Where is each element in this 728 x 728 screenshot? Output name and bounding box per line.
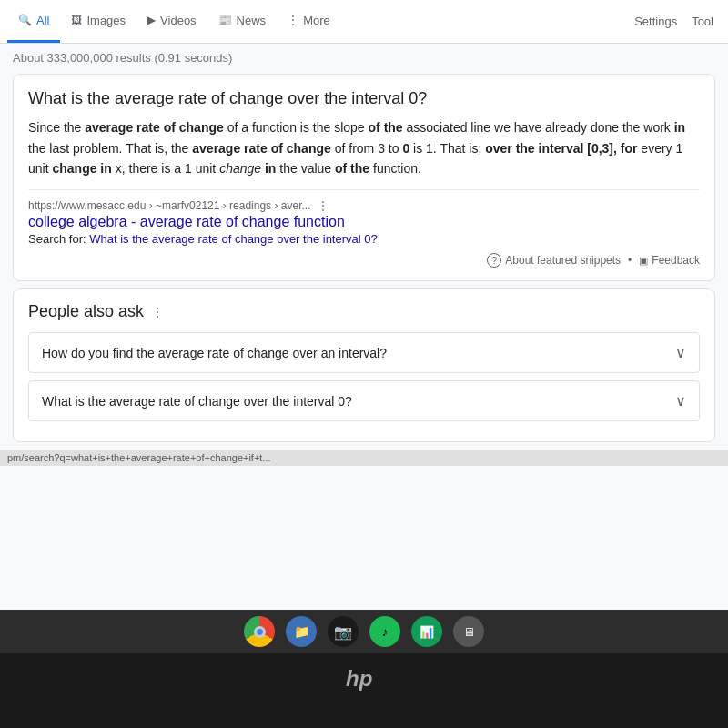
more-dots-icon: ⋮ [288, 14, 298, 26]
tab-news[interactable]: 📰 News [207, 0, 278, 43]
about-featured-snippets-link[interactable]: ? About featured snippets [487, 253, 621, 268]
source-options-button[interactable]: ⋮ [318, 199, 329, 212]
ask-item-1-text: How do you find the average rate of chan… [42, 346, 387, 360]
search-for-text: Search for: What is the average rate of … [28, 232, 700, 246]
music-taskbar-icon[interactable]: ♪ [369, 616, 400, 647]
feedback-button[interactable]: ▣ Feedback [639, 254, 700, 267]
result-count: About 333,000,000 results (0.91 seconds) [0, 44, 728, 70]
chrome-taskbar-icon[interactable] [244, 616, 275, 647]
search-for-query-link[interactable]: What is the average rate of change over … [89, 232, 378, 246]
videos-icon: ▶ [147, 14, 156, 26]
people-ask-options-button[interactable]: ⋮ [151, 305, 164, 319]
settings-link[interactable]: Settings [634, 15, 677, 28]
taskbar: 📁 📷 ♪ 📊 🖥 [0, 610, 728, 653]
bottom-section: 📁 📷 ♪ 📊 🖥 hp [0, 610, 728, 728]
chevron-down-icon-1: ∨ [675, 344, 686, 361]
camera-taskbar-icon[interactable]: 📷 [328, 616, 359, 647]
featured-snippet-card: What is the average rate of change over … [13, 74, 715, 281]
people-also-ask-section: People also ask ⋮ How do you find the av… [13, 288, 715, 442]
sheets-taskbar-icon[interactable]: 📊 [411, 616, 442, 647]
display-taskbar-icon[interactable]: 🖥 [453, 616, 484, 647]
screen: 🔍 All 🖼 Images ▶ Videos 📰 News ⋮ More Se [0, 0, 728, 728]
ask-item-2[interactable]: What is the average rate of change over … [28, 380, 700, 421]
snippet-footer: ? About featured snippets • ▣ Feedback [28, 253, 700, 268]
info-icon: ? [487, 253, 501, 268]
feedback-icon: ▣ [639, 255, 648, 267]
chevron-down-icon-2: ∨ [675, 392, 686, 410]
tab-settings-tools: Settings Tool [627, 0, 721, 43]
svg-text:hp: hp [346, 666, 372, 691]
files-taskbar-icon[interactable]: 📁 [286, 616, 317, 647]
tab-videos[interactable]: ▶ Videos [136, 0, 207, 43]
news-icon: 📰 [218, 14, 232, 26]
browser-content: 🔍 All 🖼 Images ▶ Videos 📰 News ⋮ More Se [0, 0, 728, 610]
tab-images[interactable]: 🖼 Images [60, 0, 136, 43]
source-section: https://www.mesacc.edu › ~marfv02121 › r… [28, 189, 700, 246]
hp-logo: hp [341, 664, 387, 692]
images-icon: 🖼 [71, 14, 82, 26]
tab-all[interactable]: 🔍 All [7, 0, 60, 43]
search-icon: 🔍 [18, 14, 32, 26]
people-also-ask-header: People also ask ⋮ [28, 302, 700, 321]
tab-more[interactable]: ⋮ More [277, 0, 341, 43]
source-url: https://www.mesacc.edu › ~marfv02121 › r… [28, 199, 700, 212]
dot-separator: • [628, 254, 632, 267]
ask-item-1[interactable]: How do you find the average rate of chan… [28, 332, 700, 373]
search-tabs-bar: 🔍 All 🖼 Images ▶ Videos 📰 News ⋮ More Se [0, 0, 728, 44]
url-bar: pm/search?q=what+is+the+average+rate+of+… [0, 450, 728, 466]
snippet-body: Since the average rate of change of a fu… [28, 117, 700, 178]
ask-item-2-text: What is the average rate of change over … [42, 394, 352, 409]
source-link[interactable]: college algebra - average rate of change… [28, 214, 700, 230]
snippet-title: What is the average rate of change over … [28, 87, 700, 110]
hp-logo-area: hp [0, 653, 728, 703]
tools-link[interactable]: Tool [692, 15, 713, 28]
